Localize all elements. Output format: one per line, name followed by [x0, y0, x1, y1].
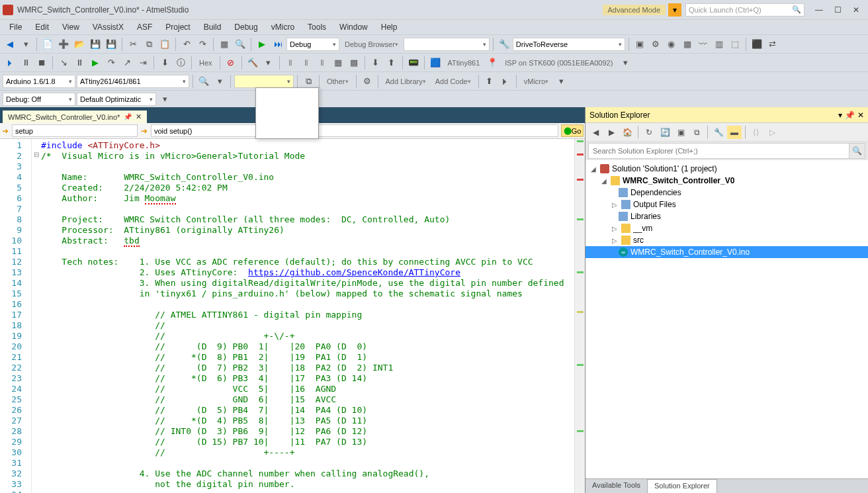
run-icon[interactable]: ⏵	[498, 74, 513, 89]
menu-build[interactable]: Build	[198, 21, 227, 33]
project-node[interactable]: ◢ WMRC_Switch_Controller_V0	[586, 175, 868, 187]
se-sync-icon[interactable]: ↻	[642, 126, 656, 139]
se-collapse-icon[interactable]: ⧉	[689, 126, 704, 139]
tab-available-tools[interactable]: Available Tools	[586, 479, 647, 493]
menu-debug[interactable]: Debug	[229, 21, 263, 33]
add-library-drop[interactable]: Add Library	[382, 77, 430, 85]
solution-search-btn[interactable]: 🔍	[849, 143, 865, 159]
se-showfiles-icon[interactable]: ▣	[673, 126, 688, 139]
debug-run-icon[interactable]: ⏵	[3, 56, 17, 70]
minimize-button[interactable]: —	[810, 3, 828, 17]
overflow-icon[interactable]: ▾	[618, 56, 632, 70]
menu-tools[interactable]: Tools	[302, 21, 331, 33]
build-drop-icon[interactable]: ▾	[261, 56, 276, 70]
step-into-icon[interactable]: ↘	[56, 56, 71, 70]
dropdown-popup[interactable]	[255, 87, 319, 139]
panel-close-icon[interactable]: ✕	[857, 111, 864, 120]
empty-select[interactable]	[234, 75, 294, 88]
step-out-icon[interactable]: ↗	[120, 56, 134, 70]
se-fwd-icon[interactable]: ▶	[604, 126, 619, 139]
menu-window[interactable]: Window	[334, 21, 373, 33]
other-drop[interactable]: Other	[323, 77, 353, 85]
func-nav-icon[interactable]: 🔧	[497, 37, 511, 52]
save-all-icon[interactable]: 💾	[104, 37, 118, 52]
upload-icon[interactable]: ⬆	[384, 56, 399, 70]
nav-back-icon[interactable]: ◀	[3, 37, 17, 52]
menu-vassistx[interactable]: VAssistX	[87, 21, 129, 33]
tree-dependencies[interactable]: Dependencies	[586, 187, 868, 199]
copy-icon[interactable]: ⧉	[142, 37, 156, 52]
play-icon[interactable]: ▶	[255, 37, 269, 52]
config-select[interactable]: Debug	[286, 38, 339, 51]
tool-icon-6[interactable]: ▥	[712, 37, 726, 52]
se-nav2-icon[interactable]: ▷	[765, 126, 779, 139]
menu-view[interactable]: View	[57, 21, 85, 33]
se-mode-icon[interactable]: ▬	[727, 126, 742, 139]
close-button[interactable]: ✕	[847, 3, 865, 17]
tool-icon-4[interactable]: ▦	[680, 37, 695, 52]
watch-icon[interactable]: ⓘ	[173, 56, 188, 70]
dual-view-icon[interactable]: ⧉	[301, 74, 316, 89]
platform-select[interactable]: Arduino 1.6/1.8	[3, 75, 75, 88]
save-icon[interactable]: 💾	[88, 37, 103, 52]
grid-icon-3[interactable]: ▩	[347, 56, 361, 70]
add-code-drop[interactable]: Add Code	[431, 77, 475, 85]
menu-project[interactable]: Project	[160, 21, 195, 33]
panel-pin-icon[interactable]: 📌	[845, 111, 855, 120]
scope-select[interactable]: setup	[12, 124, 138, 137]
download-icon[interactable]: ⬇	[369, 56, 383, 70]
align-icon-3[interactable]: ⫴	[315, 56, 329, 70]
step-to-icon[interactable]: ⇥	[136, 56, 150, 70]
panel-menu-icon[interactable]: ▾	[838, 111, 842, 120]
align-icon-2[interactable]: ⫴	[299, 56, 314, 70]
optimization-select[interactable]: Default Optimizatic	[77, 93, 156, 106]
debug-mode-select[interactable]: Debug: Off	[3, 93, 75, 106]
overflow2-icon[interactable]: ▾	[554, 74, 568, 89]
gear-icon[interactable]: ⚙	[360, 74, 374, 89]
se-home-icon[interactable]: 🏠	[620, 126, 634, 139]
function-select[interactable]: DriveToReverse	[513, 38, 625, 51]
tree-src[interactable]: ▷src	[586, 234, 868, 246]
chip-icon[interactable]: 🟦	[428, 56, 443, 70]
compile-upload-icon[interactable]: ⬆	[482, 74, 497, 89]
solution-search-input[interactable]	[588, 143, 849, 159]
tool-icon-5[interactable]: 〰	[696, 37, 711, 52]
debug-browser-drop[interactable]: Debug Browser	[341, 40, 402, 48]
no-debug-icon[interactable]: ⊘	[224, 56, 238, 70]
grid-icon-2[interactable]: ▦	[331, 56, 345, 70]
step-icon[interactable]: ⏭	[271, 37, 285, 52]
debug-stop-icon[interactable]: ⏹	[34, 56, 49, 70]
add-item-icon[interactable]: ➕	[56, 37, 71, 52]
open-icon[interactable]: 📂	[72, 37, 87, 52]
menu-vmicro[interactable]: vMicro	[266, 21, 300, 33]
mcu-select[interactable]: ATtiny261/461/861	[77, 75, 189, 88]
pin-icon[interactable]: 📌	[124, 113, 132, 120]
tree-libraries[interactable]: Libraries	[586, 210, 868, 222]
go-button[interactable]: ⬤Go	[561, 124, 584, 137]
close-tab-icon[interactable]: ✕	[136, 112, 142, 121]
step-over-icon[interactable]: ↷	[104, 56, 118, 70]
programmer-icon[interactable]: 📍	[485, 56, 499, 70]
nav-fwd-icon[interactable]: ▾	[19, 37, 33, 52]
se-refresh-icon[interactable]: 🔄	[658, 126, 672, 139]
paste-icon[interactable]: 📋	[157, 37, 172, 52]
tree-output[interactable]: ▷Output Files	[586, 199, 868, 210]
cut-icon[interactable]: ✂	[126, 37, 140, 52]
debug-pause-icon[interactable]: ⏸	[19, 56, 33, 70]
fold-column[interactable]: ⊟	[32, 139, 41, 493]
hex-toggle[interactable]: Hex	[195, 59, 216, 67]
device-icon[interactable]: 📟	[406, 56, 421, 70]
solution-root[interactable]: ◢ Solution 'Solution1' (1 project)	[586, 163, 868, 175]
mode-badge[interactable]: Advanced Mode	[603, 5, 666, 15]
menu-file[interactable]: File	[4, 21, 27, 33]
tree-vm[interactable]: ▷__vm	[586, 222, 868, 234]
search-drop-icon[interactable]: ▾	[212, 74, 227, 89]
maximize-button[interactable]: ☐	[828, 3, 847, 17]
build-icon[interactable]: 🔨	[245, 56, 260, 70]
quick-launch[interactable]: Quick Launch (Ctrl+Q) 🔍	[685, 3, 804, 17]
menu-help[interactable]: Help	[376, 21, 403, 33]
document-tab[interactable]: WMRC_Switch_Controller_V0.ino* 📌 ✕	[3, 111, 147, 123]
pause2-icon[interactable]: ⏸	[72, 56, 87, 70]
function-nav-select[interactable]: void setup()	[151, 124, 558, 137]
tree-ino-file[interactable]: ∞WMRC_Switch_Controller_V0.ino	[586, 246, 868, 258]
